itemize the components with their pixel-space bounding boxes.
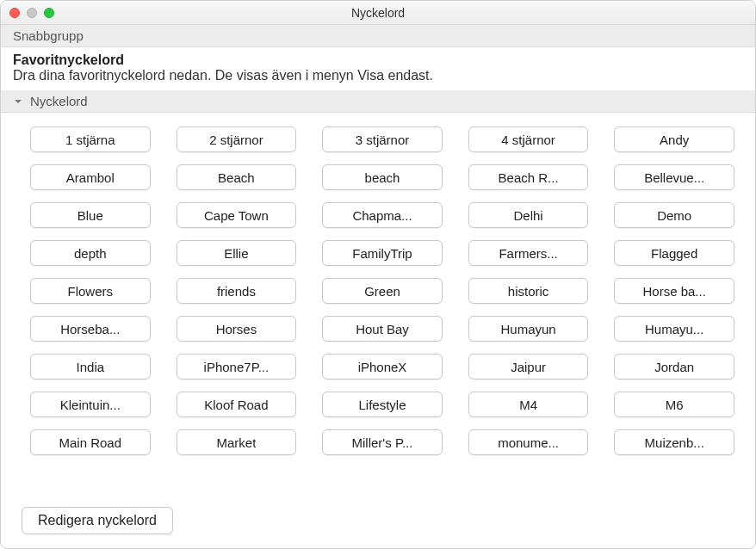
keyword-button[interactable]: Miller's P...: [322, 429, 443, 455]
keyword-label: Andy: [660, 133, 689, 147]
keyword-button[interactable]: Muizenb...: [614, 429, 734, 455]
keyword-button[interactable]: Horseba...: [30, 316, 151, 342]
zoom-icon[interactable]: [44, 8, 54, 18]
keyword-button[interactable]: Horse ba...: [614, 278, 734, 304]
keyword-label: Humayun: [500, 322, 555, 336]
keyword-label: 1 stjärna: [65, 133, 115, 147]
keyword-label: 3 stjärnor: [356, 133, 410, 147]
keyword-button[interactable]: iPhone7P...: [177, 354, 297, 379]
keyword-button[interactable]: Cape Town: [177, 202, 297, 228]
keyword-button[interactable]: Flagged: [614, 240, 734, 266]
keyword-label: Muizenb...: [645, 435, 704, 450]
keyword-button[interactable]: Arambol: [30, 164, 151, 190]
titlebar: Nyckelord: [1, 1, 755, 25]
keyword-label: Jordan: [654, 360, 694, 374]
keyword-button[interactable]: M6: [614, 392, 734, 417]
keyword-label: Market: [216, 435, 256, 450]
keyword-button[interactable]: monume...: [468, 429, 589, 455]
keyword-label: Green: [364, 284, 400, 299]
keyword-button[interactable]: India: [30, 354, 151, 379]
keyword-label: Horse ba...: [643, 284, 706, 299]
keyword-label: Cape Town: [204, 208, 269, 223]
keyword-label: Delhi: [514, 208, 543, 223]
keyword-label: India: [77, 360, 105, 374]
keyword-label: Horseba...: [60, 322, 120, 336]
favorites-block: Favoritnyckelord Dra dina favoritnyckelo…: [1, 47, 755, 90]
keyword-label: Farmers...: [499, 246, 557, 261]
keyword-button[interactable]: Jordan: [614, 354, 734, 379]
keyword-label: Humayu...: [645, 322, 703, 336]
footer: Redigera nyckelord: [1, 498, 755, 548]
keyword-button[interactable]: Kleintuin...: [30, 392, 151, 417]
keyword-label: M4: [519, 398, 537, 412]
window-controls: [1, 8, 54, 18]
edit-keywords-label: Redigera nyckelord: [38, 513, 157, 527]
keyword-label: Kloof Road: [204, 398, 268, 412]
keyword-button[interactable]: FamilyTrip: [322, 240, 443, 266]
keyword-label: Ellie: [224, 246, 248, 261]
keyword-label: 4 stjärnor: [501, 133, 555, 147]
keyword-button[interactable]: Humayu...: [614, 316, 734, 342]
edit-keywords-button[interactable]: Redigera nyckelord: [22, 507, 173, 534]
keyword-label: iPhone7P...: [204, 360, 270, 374]
section-header-nyckelord[interactable]: Nyckelord: [1, 90, 755, 113]
keyword-label: friends: [217, 284, 256, 299]
keyword-button[interactable]: friends: [177, 278, 297, 304]
keyword-label: Lifestyle: [358, 398, 406, 412]
keyword-label: Flagged: [651, 246, 697, 261]
keyword-button[interactable]: Chapma...: [322, 202, 443, 228]
keyword-label: Hout Bay: [356, 322, 409, 336]
keyword-button[interactable]: Flowers: [30, 278, 151, 304]
keyword-label: Horses: [216, 322, 257, 336]
close-icon[interactable]: [9, 8, 20, 18]
keyword-button[interactable]: iPhoneX: [322, 354, 443, 379]
keyword-label: Blue: [77, 208, 103, 223]
keyword-button[interactable]: 3 stjärnor: [322, 126, 443, 152]
keyword-label: Flowers: [68, 284, 114, 299]
keyword-label: Demo: [657, 208, 691, 223]
keyword-button[interactable]: Andy: [614, 126, 734, 152]
keyword-label: Kleintuin...: [60, 398, 121, 412]
keyword-label: FamilyTrip: [352, 246, 412, 261]
favorites-subtitle: Dra dina favoritnyckelord nedan. De visa…: [13, 68, 743, 83]
keyword-label: M6: [666, 398, 684, 412]
keyword-button[interactable]: Bellevue...: [614, 164, 734, 190]
keyword-button[interactable]: Kloof Road: [177, 392, 297, 417]
keyword-label: Miller's P...: [352, 435, 413, 450]
keyword-button[interactable]: Beach: [177, 164, 297, 190]
keyword-button[interactable]: 1 stjärna: [30, 126, 151, 152]
keyword-label: historic: [508, 284, 549, 299]
keyword-label: 2 stjärnor: [209, 133, 263, 147]
keyword-label: beach: [365, 170, 400, 185]
keyword-label: iPhoneX: [358, 360, 407, 374]
minimize-icon[interactable]: [27, 8, 37, 18]
keyword-label: Chapma...: [352, 208, 412, 223]
keyword-button[interactable]: Ellie: [177, 240, 297, 266]
keyword-button[interactable]: Green: [322, 278, 443, 304]
keyword-button[interactable]: Humayun: [468, 316, 589, 342]
window-title: Nyckelord: [1, 6, 755, 20]
keyword-button[interactable]: M4: [468, 392, 589, 417]
keyword-label: Jaipur: [511, 360, 546, 374]
section-header-nyckelord-label: Nyckelord: [30, 94, 88, 108]
keyword-button[interactable]: historic: [468, 278, 589, 304]
keyword-button[interactable]: Horses: [177, 316, 297, 342]
keywords-container: 1 stjärna2 stjärnor3 stjärnor4 stjärnorA…: [1, 113, 755, 498]
keyword-button[interactable]: Demo: [614, 202, 734, 228]
keyword-button[interactable]: 4 stjärnor: [468, 126, 589, 152]
favorites-title: Favoritnyckelord: [13, 52, 743, 68]
keyword-button[interactable]: Delhi: [468, 202, 589, 228]
keyword-button[interactable]: Lifestyle: [322, 392, 443, 417]
keyword-button[interactable]: Main Road: [30, 429, 151, 455]
keyword-button[interactable]: Farmers...: [468, 240, 589, 266]
keyword-button[interactable]: Jaipur: [468, 354, 589, 379]
keyword-label: depth: [74, 246, 107, 261]
keyword-button[interactable]: depth: [30, 240, 151, 266]
keyword-button[interactable]: Beach R...: [468, 164, 589, 190]
keyword-button[interactable]: 2 stjärnor: [177, 126, 297, 152]
keyword-button[interactable]: Blue: [30, 202, 151, 228]
keyword-button[interactable]: Market: [177, 429, 297, 455]
keyword-button[interactable]: beach: [322, 164, 443, 190]
keyword-label: monume...: [498, 435, 559, 450]
keyword-button[interactable]: Hout Bay: [322, 316, 443, 342]
